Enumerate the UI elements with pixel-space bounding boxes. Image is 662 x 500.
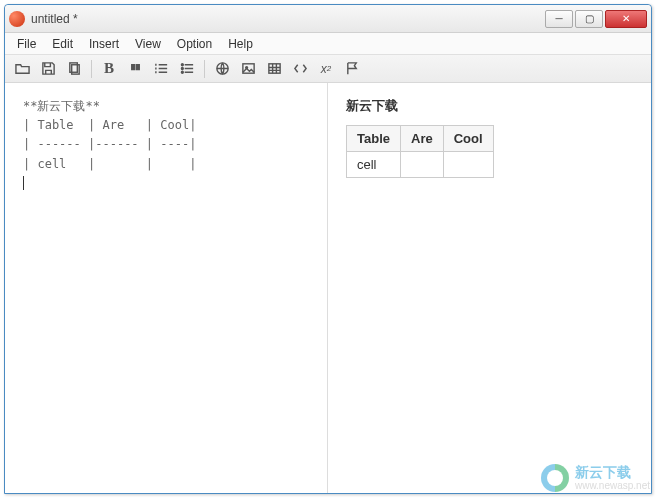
svg-point-3 [181,68,183,70]
toolbar-separator [91,60,92,78]
preview-table: Table Are Cool cell [346,125,494,178]
maximize-button[interactable]: ▢ [575,10,603,28]
open-icon[interactable] [11,58,33,80]
save-icon[interactable] [37,58,59,80]
menu-file[interactable]: File [9,35,44,53]
preview-pane: 新云下载 Table Are Cool cell [328,83,651,493]
content-area: **新云下载** | Table | Are | Cool| | ------ … [5,83,651,493]
toolbar: B x2 [5,55,651,83]
editor-line: | cell | | | [23,157,196,171]
table-header: Cool [443,126,493,152]
menu-insert[interactable]: Insert [81,35,127,53]
table-icon[interactable] [263,58,285,80]
code-icon[interactable] [289,58,311,80]
menu-help[interactable]: Help [220,35,261,53]
svg-point-4 [181,71,183,73]
table-row: cell [347,152,494,178]
svg-point-2 [181,64,183,66]
window-title: untitled * [31,12,543,26]
flag-icon[interactable] [341,58,363,80]
editor-line: **新云下载** [23,99,100,113]
copy-icon[interactable] [63,58,85,80]
table-cell [401,152,444,178]
menu-view[interactable]: View [127,35,169,53]
unordered-list-icon[interactable] [176,58,198,80]
editor-line: | Table | Are | Cool| [23,118,196,132]
menu-option[interactable]: Option [169,35,220,53]
toolbar-separator [204,60,205,78]
bold-icon[interactable]: B [98,58,120,80]
image-icon[interactable] [237,58,259,80]
menubar: File Edit Insert View Option Help [5,33,651,55]
link-icon[interactable] [211,58,233,80]
editor-pane[interactable]: **新云下载** | Table | Are | Cool| | ------ … [5,83,328,493]
table-header: Are [401,126,444,152]
table-cell [443,152,493,178]
svg-rect-6 [242,64,253,73]
ordered-list-icon[interactable] [150,58,172,80]
preview-heading: 新云下载 [346,97,633,115]
app-window: untitled * ─ ▢ ✕ File Edit Insert View O… [4,4,652,494]
close-button[interactable]: ✕ [605,10,647,28]
minimize-button[interactable]: ─ [545,10,573,28]
text-cursor [23,176,24,190]
editor-line: | ------ |------ | ----| [23,137,196,151]
table-cell: cell [347,152,401,178]
superscript-icon[interactable]: x2 [315,58,337,80]
menu-edit[interactable]: Edit [44,35,81,53]
table-row: Table Are Cool [347,126,494,152]
titlebar[interactable]: untitled * ─ ▢ ✕ [5,5,651,33]
svg-rect-8 [268,64,279,73]
quote-icon[interactable] [124,58,146,80]
window-controls: ─ ▢ ✕ [543,10,647,28]
table-header: Table [347,126,401,152]
app-icon [9,11,25,27]
